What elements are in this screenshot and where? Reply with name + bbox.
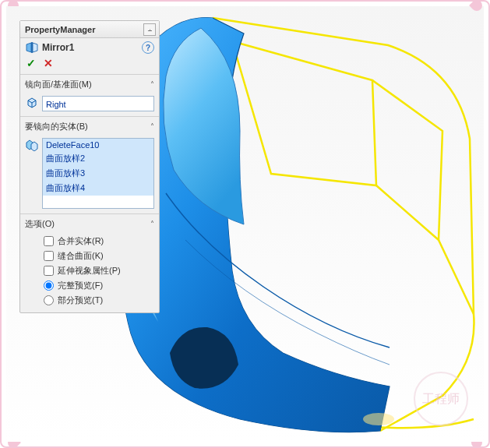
radio-label: 完整预览(F) (58, 280, 103, 291)
confirm-row: ✓ ✕ (20, 55, 159, 74)
car-body-solid (118, 18, 394, 432)
radio-full-preview[interactable]: 完整预览(F) (44, 280, 153, 291)
mirror-icon (25, 41, 39, 54)
body-item-empty[interactable] (43, 196, 153, 208)
chevron-up-icon: ˄ (150, 80, 154, 89)
body-item[interactable]: 曲面放样2 (43, 151, 153, 166)
checkbox-input[interactable] (44, 236, 54, 246)
section-label: 要镜向的实体(B) (25, 121, 150, 132)
radio-partial-preview[interactable]: 部分预览(T) (44, 295, 153, 306)
plane-icon (25, 96, 39, 110)
radio-label: 部分预览(T) (58, 295, 103, 306)
mirror-plane-selector[interactable]: Right (42, 96, 154, 111)
checkbox-propagate[interactable]: 延伸视象属性(P) (44, 265, 153, 277)
panel-title: PropertyManager (23, 25, 143, 34)
bodies-icon (25, 138, 39, 152)
section-label: 选项(O) (25, 218, 150, 230)
cancel-button[interactable]: ✕ (44, 57, 53, 69)
section-mirror-plane: 镜向面/基准面(M) ˄ Right (20, 74, 159, 116)
app-viewport: 工程师 PropertyManager ⫠ Mirror1 ? ✓ ✕ (6, 6, 484, 442)
watermark-stamp: 工程师 (414, 372, 468, 426)
chevron-up-icon: ˄ (150, 220, 154, 228)
screenshot-frame: 工程师 PropertyManager ⫠ Mirror1 ? ✓ ✕ (0, 0, 490, 448)
section-header-bodies[interactable]: 要镜向的实体(B) ˄ (20, 117, 159, 136)
svg-point-0 (363, 413, 394, 425)
radio-input[interactable] (44, 295, 54, 305)
body-item[interactable]: DeleteFace10 (43, 139, 153, 151)
checkbox-input[interactable] (44, 266, 54, 276)
property-manager-panel: PropertyManager ⫠ Mirror1 ? ✓ ✕ 镜向面/基准面(… (19, 20, 160, 313)
checkbox-label: 缝合曲面(K) (58, 250, 104, 262)
mirror-plane-value[interactable]: Right (43, 97, 153, 112)
help-button[interactable]: ? (142, 41, 154, 54)
checkbox-input[interactable] (44, 251, 54, 261)
section-bodies: 要镜向的实体(B) ˄ DeleteFace10 曲面放样2 曲面放样3 曲面放… (20, 116, 159, 213)
checkbox-merge[interactable]: 合并实体(R) (44, 235, 153, 247)
checkbox-label: 合并实体(R) (58, 235, 104, 247)
feature-name: Mirror1 (42, 42, 142, 53)
chevron-up-icon: ˄ (150, 122, 154, 131)
section-label: 镜向面/基准面(M) (25, 79, 150, 90)
pin-button[interactable]: ⫠ (143, 23, 156, 36)
feature-row: Mirror1 ? (20, 38, 159, 55)
body-item[interactable]: 曲面放样3 (43, 166, 153, 181)
svg-rect-1 (31, 42, 33, 53)
bodies-selector[interactable]: DeleteFace10 曲面放样2 曲面放样3 曲面放样4 (42, 138, 154, 209)
ok-button[interactable]: ✓ (26, 57, 36, 69)
section-options: 选项(O) ˄ 合并实体(R) 缝合曲面(K) 延伸视象属性(P) 完整预览(F… (20, 213, 159, 312)
panel-header: PropertyManager ⫠ (20, 21, 159, 38)
checkbox-label: 延伸视象属性(P) (58, 265, 121, 277)
body-item[interactable]: 曲面放样4 (43, 181, 153, 196)
checkbox-knit[interactable]: 缝合曲面(K) (44, 250, 153, 262)
radio-input[interactable] (44, 280, 54, 291)
section-header-options[interactable]: 选项(O) ˄ (20, 214, 159, 234)
section-header-mirror-plane[interactable]: 镜向面/基准面(M) ˄ (20, 75, 159, 94)
